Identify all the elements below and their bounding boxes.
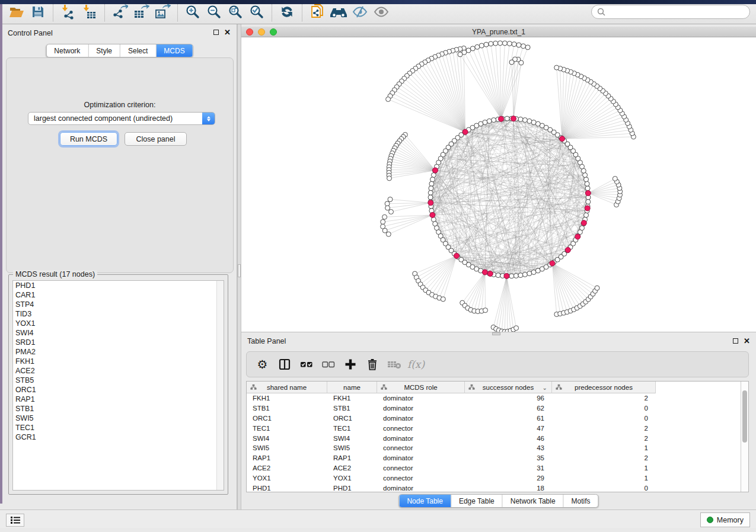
table-cell[interactable]: PHD1 [327,485,377,492]
mcds-result-item[interactable]: SWI4 [13,328,224,338]
table-cell[interactable]: YOX1 [247,475,327,482]
memory-button[interactable]: Memory [700,512,750,527]
close-panel-button[interactable]: Close panel [125,132,187,146]
table-row[interactable]: SWI5SWI5connector431 [247,443,741,453]
table-cell[interactable]: STB1 [327,405,377,412]
table-cell[interactable]: dominator [377,405,465,412]
zoom-out-icon[interactable] [203,2,225,21]
mcds-result-item[interactable]: STB1 [13,404,224,414]
table-cell[interactable]: connector [377,475,465,482]
hide-details-icon[interactable] [349,2,371,21]
table-cell[interactable]: connector [377,444,465,451]
tab-node-table[interactable]: Node Table [399,495,451,507]
table-cell[interactable]: dominator [377,435,465,442]
table-row[interactable]: ORC1ORC1dominator610 [247,414,741,424]
table-cell[interactable]: PHD1 [247,485,327,492]
tab-network[interactable]: Network [46,44,88,57]
deselect-all-icon[interactable] [318,354,338,374]
table-cell[interactable]: STB1 [247,405,327,412]
refresh-icon[interactable] [276,2,298,21]
minimize-window-icon[interactable] [258,28,265,36]
table-cell[interactable]: 96 [465,395,552,402]
table-cell[interactable]: TEC1 [247,425,327,432]
mcds-result-item[interactable]: STB5 [13,376,224,385]
mcds-result-item[interactable]: YOX1 [13,319,224,328]
tab-select[interactable]: Select [120,44,155,57]
table-cell[interactable]: ORC1 [327,415,377,422]
table-cell[interactable]: 62 [465,405,552,412]
table-cell[interactable]: 0 [552,485,656,492]
tab-mcds[interactable]: MCDS [155,44,192,57]
close-panel-icon[interactable]: ✕ [744,338,750,344]
table-cell[interactable]: 2 [552,425,656,432]
mcds-result-item[interactable]: FKH1 [13,357,224,366]
table-row[interactable]: RAP1RAP1dominator352 [247,453,741,463]
table-cell[interactable]: 29 [465,475,552,482]
table-cell[interactable]: SWI5 [247,444,327,451]
table-cell[interactable]: FKH1 [247,395,327,402]
show-details-icon[interactable] [371,2,392,21]
mcds-result-item[interactable]: SWI5 [13,414,224,423]
mcds-result-item[interactable]: GCR1 [13,432,224,442]
table-cell[interactable]: connector [377,425,465,432]
table-cell[interactable]: 0 [552,405,656,412]
export-network-icon[interactable] [109,2,130,21]
zoom-fit-icon[interactable] [225,2,246,21]
table-cell[interactable]: 2 [552,454,656,462]
table-cell[interactable]: RAP1 [327,454,377,462]
search-network-icon[interactable] [328,2,349,21]
network-graph[interactable] [241,37,756,332]
float-panel-icon[interactable] [733,338,738,344]
splitter-handle[interactable] [238,264,241,277]
table-row[interactable]: YOX1YOX1connector291 [247,473,741,483]
network-window-titlebar[interactable]: YPA_prune.txt_1 [241,27,756,37]
table-cell[interactable]: 2 [552,435,656,442]
table-cell[interactable]: ACE2 [327,464,377,472]
vertical-splitter[interactable] [237,24,241,509]
table-cell[interactable]: 1 [552,444,656,451]
mcds-result-item[interactable]: SRD1 [13,338,224,347]
table-cell[interactable]: 18 [465,485,552,492]
list-scrollbar[interactable] [216,281,224,490]
zoom-selected-icon[interactable] [246,2,267,21]
table-cell[interactable]: connector [377,464,465,472]
table-cell[interactable]: 2 [552,395,656,402]
table-cell[interactable]: TEC1 [327,425,377,432]
column-header-successor-nodes[interactable]: successor nodes⌄ [465,382,552,393]
table-cell[interactable]: 31 [465,464,552,472]
table-row[interactable]: SWI4SWI4dominator462 [247,433,741,443]
table-row[interactable]: TEC1TEC1connector472 [247,423,741,433]
table-cell[interactable]: YOX1 [327,475,377,482]
table-cell[interactable]: 43 [465,444,552,451]
node-table[interactable]: shared namenameMCDS rolesuccessor nodes⌄… [246,381,749,492]
mcds-result-item[interactable]: TEC1 [13,423,224,432]
mcds-result-list[interactable]: PHD1CAR1STP4TID3YOX1SWI4SRD1PMA2FKH1ACE2… [12,280,224,491]
mcds-result-item[interactable]: PMA2 [13,347,224,357]
float-panel-icon[interactable] [213,30,219,35]
table-cell[interactable]: dominator [377,395,465,402]
mcds-result-item[interactable]: ORC1 [13,385,224,395]
tab-network-table[interactable]: Network Table [502,495,563,507]
table-row[interactable]: ACE2ACE2connector311 [247,463,741,473]
mcds-result-item[interactable]: RAP1 [13,395,224,404]
search-input[interactable] [609,7,744,17]
column-menu-icon[interactable]: ⌄ [543,384,547,391]
column-header-predecessor-nodes[interactable]: predecessor nodes [552,382,656,393]
table-cell[interactable]: 1 [552,475,656,482]
add-column-icon[interactable] [340,354,360,374]
table-scrollbar[interactable] [741,382,748,492]
table-cell[interactable]: 0 [552,415,656,422]
table-cell[interactable]: 1 [552,464,656,472]
save-icon[interactable] [27,2,49,21]
table-cell[interactable]: RAP1 [247,454,327,462]
zoom-in-icon[interactable] [182,2,203,21]
close-window-icon[interactable] [246,28,253,36]
table-cell[interactable]: 61 [465,415,552,422]
tab-motifs[interactable]: Motifs [563,495,598,507]
column-layout-icon[interactable] [275,354,294,374]
table-cell[interactable]: ACE2 [247,464,327,472]
table-cell[interactable]: SWI5 [327,444,377,451]
mcds-result-item[interactable]: CAR1 [13,290,224,300]
column-header-name[interactable]: name [327,382,377,393]
maximize-window-icon[interactable] [270,28,277,36]
